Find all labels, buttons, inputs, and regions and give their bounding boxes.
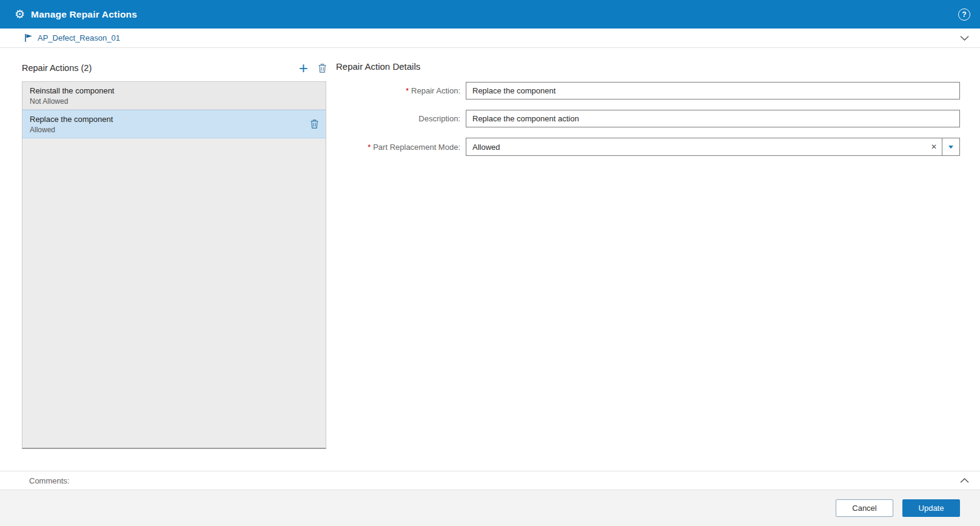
part-replacement-mode-combobox: ✕ <box>466 138 960 156</box>
form-row-part-replacement-mode: *Part Replacement Mode: ✕ <box>336 138 960 156</box>
list-item-selected[interactable]: Replace the component Allowed <box>22 110 326 138</box>
repair-actions-header: Repair Actions (2) + <box>22 60 326 76</box>
description-label: Description: <box>336 114 466 123</box>
repair-action-mode: Not Allowed <box>30 97 318 106</box>
app-header: ⚙ Manage Repair Actions ? <box>0 0 980 29</box>
flag-icon <box>24 33 33 42</box>
context-bar: AP_Defect_Reason_01 <box>0 29 980 48</box>
comments-label: Comments: <box>29 476 69 485</box>
cancel-button[interactable]: Cancel <box>836 499 893 517</box>
required-indicator: * <box>368 143 371 152</box>
update-button[interactable]: Update <box>902 499 960 517</box>
dropdown-button[interactable] <box>942 138 959 155</box>
repair-action-name: Replace the component <box>30 115 310 124</box>
footer-action-bar: Cancel Update <box>0 490 980 526</box>
delete-repair-action-button[interactable] <box>318 64 326 73</box>
comments-section: Comments: <box>0 471 980 490</box>
repair-action-mode: Allowed <box>30 126 310 134</box>
repair-actions-title: Repair Actions (2) <box>22 63 92 73</box>
delete-row-icon[interactable] <box>310 120 318 129</box>
main-content: Repair Actions (2) + Reinstall the compo… <box>0 48 980 471</box>
chevron-down-icon <box>948 146 953 149</box>
breadcrumb[interactable]: AP_Defect_Reason_01 <box>38 33 120 42</box>
part-replacement-mode-input[interactable] <box>466 138 926 155</box>
repair-action-input[interactable] <box>466 82 960 99</box>
help-icon[interactable]: ? <box>958 8 970 21</box>
chevron-down-icon[interactable] <box>960 36 969 41</box>
form-row-repair-action: *Repair Action: <box>336 82 960 99</box>
clear-icon[interactable]: ✕ <box>926 138 942 155</box>
part-replacement-mode-label: *Part Replacement Mode: <box>336 143 466 152</box>
repair-action-name: Reinstall the component <box>30 86 318 95</box>
gear-icon: ⚙ <box>15 8 25 20</box>
add-repair-action-button[interactable]: + <box>299 62 308 74</box>
repair-actions-list: Reinstall the component Not Allowed Repl… <box>22 81 326 449</box>
required-indicator: * <box>406 86 409 95</box>
list-item[interactable]: Reinstall the component Not Allowed <box>22 82 326 110</box>
chevron-up-icon[interactable] <box>960 478 969 483</box>
details-title: Repair Action Details <box>336 61 960 72</box>
page-title: Manage Repair Actions <box>31 9 137 20</box>
repair-action-label: *Repair Action: <box>336 86 466 95</box>
form-row-description: Description: <box>336 110 960 127</box>
repair-actions-panel: Repair Actions (2) + Reinstall the compo… <box>22 60 326 471</box>
repair-action-details-panel: Repair Action Details *Repair Action: De… <box>326 60 960 471</box>
description-input[interactable] <box>466 110 960 127</box>
